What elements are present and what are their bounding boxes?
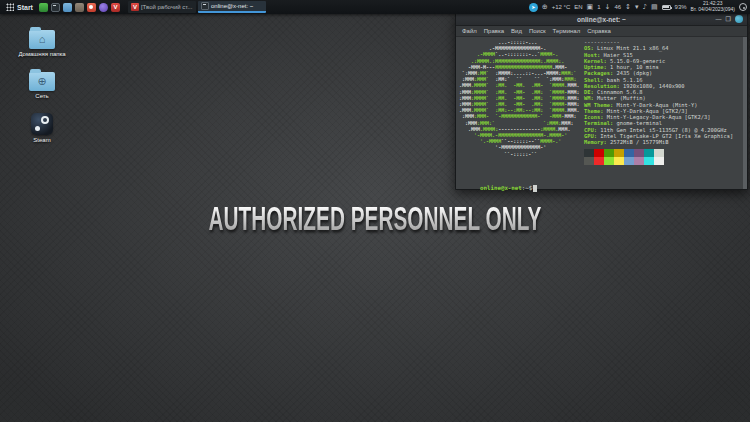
indicator-icon[interactable]: ▣ [587,3,594,11]
desktop-icon-label: Сеть [35,93,48,99]
palette-swatch [634,157,644,165]
net-speed-icon[interactable]: ↓ [605,3,611,11]
launcher-v-app-icon[interactable] [111,3,120,12]
window-controls: — ❐ [716,13,743,25]
window-list: [Твой рабочий ст... online@x-net: ~ [128,1,266,13]
desktop-icon-steam[interactable]: Steam [12,110,72,143]
neofetch-info-line: CPU: 11th Gen Intel i5-1135G7 (8) @ 4.20… [584,127,733,133]
palette-swatch [604,149,614,157]
temperature-indicator[interactable]: +12 °C [552,4,571,10]
palette-swatch [584,157,594,165]
shell-prompt: online@x-net:~$ [459,179,537,198]
system-tray: ➤ ⊕ +12 °C EN ▣ 1 ↓ 46 ↕ ▾ ♪ ▤ 93% 21:42… [529,1,747,12]
palette-swatch [644,157,654,165]
start-menu-icon [6,3,14,11]
palette-swatch [624,149,634,157]
window-button-label: [Твой рабочий ст... [141,4,192,10]
prompt-user-host: online@x-net [480,185,522,191]
maximize-icon[interactable]: ❐ [726,16,731,22]
network-folder-icon: ⊕ [29,72,55,91]
home-emblem-icon: ⌂ [29,31,55,48]
net-speed-value: 46 [614,4,621,10]
window-button-video[interactable]: [Твой рабочий ст... [128,1,196,13]
launcher-terminal-icon[interactable] [51,3,60,12]
terminal-menubar: ФайлПравкаВидПоискТерминалСправка [456,26,747,37]
neofetch-info-line: Memory: 2572MiB / 15779MiB [584,139,733,145]
window-button-terminal[interactable]: online@x-net: ~ [198,1,266,13]
applet-icon[interactable]: ▾ [635,3,639,11]
palette-swatch [594,149,604,157]
clock-date: Вт. 04/04/2023(094) [691,7,735,13]
network-icon[interactable]: ↕ [625,3,631,11]
scrollbar-thumb[interactable] [743,37,747,189]
palette-swatch [594,157,604,165]
palette-swatch [614,149,624,157]
terminal-title: online@x-net: ~ [577,16,626,23]
start-label: Start [17,4,33,11]
terminal-content[interactable]: ...-:::::-... .-MMMMMMMMMMMMMMM-. .-MMMM… [456,37,747,189]
start-button[interactable]: Start [3,0,36,14]
prompt-suffix: :~$ [522,185,532,191]
v-app-icon [131,3,139,11]
palette-swatch [624,157,634,165]
close-icon[interactable] [735,15,743,23]
menu-item-3[interactable]: Поиск [526,28,549,34]
terminal-mini-icon [201,2,209,10]
desktop-icons: ⌂ Домашняя папка ⊕ Сеть Steam [12,26,72,143]
palette-row [584,157,664,165]
palette-swatch [584,149,594,157]
palette-swatch [614,157,624,165]
weather-icon[interactable]: ⊕ [542,3,548,11]
network-emblem-icon: ⊕ [29,73,55,90]
launcher-media-icon[interactable] [87,3,96,12]
battery-icon[interactable] [662,5,671,10]
menu-item-0[interactable]: Файл [459,28,480,34]
palette-swatch [604,157,614,165]
notifications-icon[interactable] [739,3,747,11]
palette-swatch [644,149,654,157]
volume-icon[interactable]: ♪ [643,3,647,11]
menu-item-2[interactable]: Вид [508,28,525,34]
desktop-icon-label: Домашняя папка [18,51,65,57]
telegram-icon[interactable]: ➤ [529,3,538,12]
launcher-green-app-icon[interactable] [39,3,48,12]
minimize-icon[interactable]: — [716,16,722,22]
display-icon[interactable]: ▤ [651,3,658,11]
keyboard-layout-indicator[interactable]: EN [574,4,582,10]
desktop-icon-label: Steam [33,137,50,143]
terminal-titlebar[interactable]: online@x-net: ~ — ❐ [456,13,747,26]
neofetch-color-palette [584,149,664,165]
desktop-icon-home[interactable]: ⌂ Домашняя папка [12,26,72,57]
neofetch-ascii-logo: ...-:::::-... .-MMMMMMMMMMMMMMM-. .-MMMM… [459,39,579,157]
steam-icon [31,113,53,135]
window-button-label: online@x-net: ~ [211,3,253,9]
launcher-package-icon[interactable] [75,3,84,12]
palette-swatch [634,149,644,157]
desktop-icon-network[interactable]: ⊕ Сеть [12,68,72,99]
palette-row [584,149,664,157]
menu-item-4[interactable]: Терминал [550,28,584,34]
palette-swatch [654,149,664,157]
home-folder-icon: ⌂ [29,30,55,49]
neofetch-info: -----------OS: Linux Mint 21.1 x86_64Hos… [584,39,733,145]
launcher-files-icon[interactable] [63,3,72,12]
terminal-cursor [533,185,537,192]
indicator-count: 1 [597,4,600,10]
wallpaper-text: AUTHORIZED PERSONNEL ONLY [75,200,675,240]
terminal-window: online@x-net: ~ — ❐ ФайлПравкаВидПоискТе… [455,12,748,190]
menu-item-1[interactable]: Правка [481,28,507,34]
terminal-scrollbar[interactable] [743,37,747,189]
menu-item-5[interactable]: Справка [584,28,614,34]
neofetch-ascii-line: ``-:::::-`` [459,151,579,157]
palette-swatch [654,157,664,165]
launcher-purple-app-icon[interactable] [99,3,108,12]
battery-percent: 93% [675,4,687,10]
taskbar: Start [Твой рабочий ст... online@x-net: … [0,0,750,14]
clock[interactable]: 21:42:23 Вт. 04/04/2023(094) [691,1,735,12]
